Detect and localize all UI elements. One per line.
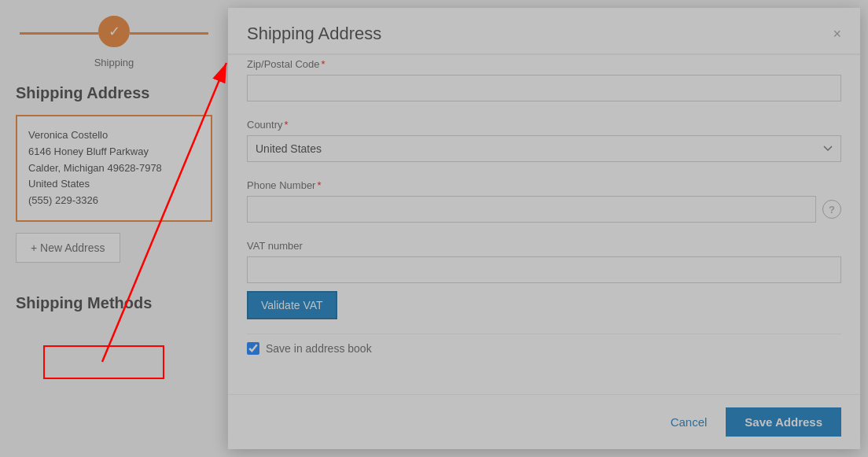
modal-backdrop-overlay [0,0,868,457]
